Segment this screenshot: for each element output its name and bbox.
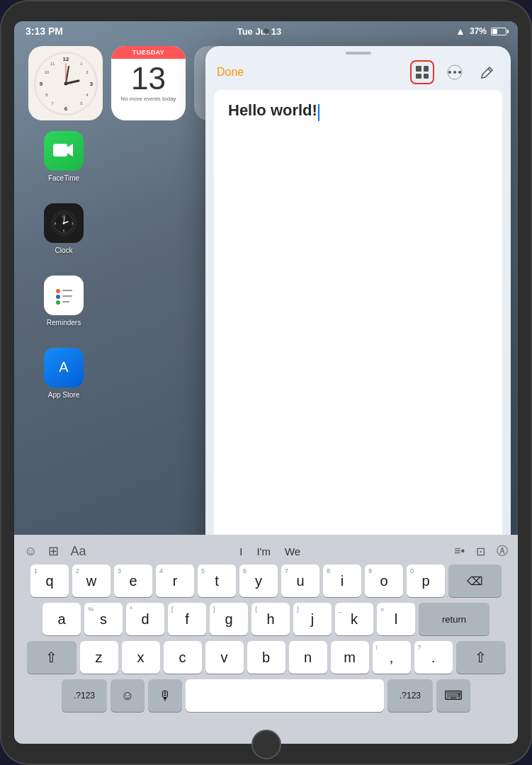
emoji-toolbar-icon[interactable]: ☺: [24, 544, 37, 559]
text-cursor: [318, 104, 319, 121]
voice-toolbar-icon[interactable]: Ⓐ: [497, 544, 508, 559]
notes-toolbar: Done: [205, 55, 511, 90]
status-date: Tue Jul 13: [237, 26, 282, 37]
svg-line-40: [488, 69, 491, 72]
status-time: 3:13 PM: [26, 26, 63, 37]
home-button[interactable]: [251, 730, 281, 759]
app-appstore[interactable]: A App Store: [43, 348, 85, 399]
list-icon[interactable]: ≡•: [454, 545, 465, 557]
wifi-icon: ▲: [455, 26, 465, 37]
app-facetime[interactable]: FaceTime: [43, 131, 85, 182]
widget-calendar[interactable]: TUESDAY 13 No more events today: [111, 46, 186, 120]
key-x[interactable]: x: [122, 641, 160, 674]
key-l[interactable]: =l: [377, 603, 415, 635]
svg-text:6: 6: [64, 106, 67, 112]
key-numbers-left[interactable]: .?123: [62, 679, 107, 712]
key-space[interactable]: [186, 679, 384, 712]
key-h[interactable]: {h: [251, 603, 290, 635]
key-f[interactable]: [f: [168, 603, 206, 635]
key-z[interactable]: z: [80, 641, 118, 674]
grid-toolbar-icon[interactable]: ⊞: [48, 543, 59, 559]
key-s[interactable]: %s: [84, 603, 123, 635]
svg-point-28: [63, 222, 65, 225]
key-p[interactable]: 0p: [407, 565, 445, 597]
appstore-icon: A: [44, 348, 84, 387]
svg-point-29: [56, 289, 60, 293]
keyboard-toolbar: ☺ ⊞ Aa I I'm We ≡• ⊡ Ⓐ: [17, 539, 515, 565]
key-k[interactable]: _k: [335, 603, 373, 635]
key-d[interactable]: ^d: [126, 603, 164, 635]
key-n[interactable]: n: [289, 641, 327, 674]
ipad-screen: 3:13 PM Tue Jul 13 ▲ 37% 12: [14, 21, 518, 744]
key-j[interactable]: }j: [293, 603, 332, 635]
suggestion-2[interactable]: I'm: [256, 545, 271, 557]
key-u[interactable]: 7u: [281, 565, 319, 597]
clock-label: Clock: [55, 246, 72, 254]
svg-point-37: [453, 71, 456, 74]
notes-toolbar-right: [410, 60, 499, 84]
key-y[interactable]: 6y: [239, 565, 278, 597]
facetime-label: FaceTime: [48, 174, 79, 182]
key-g[interactable]: ]g: [210, 603, 248, 635]
suggestion-3[interactable]: We: [285, 545, 300, 557]
svg-text:12: 12: [62, 56, 69, 62]
key-e[interactable]: 3e: [114, 565, 152, 597]
cal-event: No more events today: [111, 96, 186, 102]
clock-app-icon: 12 3 6 9: [44, 203, 84, 243]
key-i[interactable]: 8i: [323, 565, 361, 597]
key-shift-right[interactable]: ⇧: [456, 641, 506, 674]
svg-rect-32: [62, 290, 72, 291]
key-o[interactable]: 9o: [365, 565, 403, 597]
svg-point-36: [448, 71, 451, 74]
key-t[interactable]: 5t: [198, 565, 236, 597]
key-numbers-right[interactable]: .?123: [387, 679, 433, 712]
key-row-4: .?123 ☺ 🎙 .?123 ⌨: [18, 679, 514, 712]
key-shift-left[interactable]: ⇧: [27, 641, 77, 674]
key-comma[interactable]: !,: [373, 641, 411, 674]
key-return[interactable]: return: [419, 603, 489, 635]
svg-marker-18: [67, 144, 73, 157]
ipad-frame: 3:13 PM Tue Jul 13 ▲ 37% 12: [0, 0, 532, 765]
key-w[interactable]: 2w: [72, 565, 111, 597]
keyboard-rows: 1q 2w 3e 4r 5t 6y 7u 8i 9o 0p ⌫ a %s ^d: [17, 565, 515, 712]
key-c[interactable]: c: [164, 641, 202, 674]
key-keyboard-hide[interactable]: ⌨: [436, 679, 470, 712]
svg-point-30: [56, 295, 60, 299]
key-v[interactable]: v: [205, 641, 244, 674]
battery-icon: [491, 28, 506, 35]
key-row-3: ⇧ z x c v b n m !, ?. ⇧: [18, 641, 514, 674]
key-period[interactable]: ?.: [414, 641, 453, 674]
text-size-icon[interactable]: Aa: [70, 544, 86, 559]
svg-text:11: 11: [50, 62, 55, 66]
svg-rect-33: [62, 295, 72, 297]
key-m[interactable]: m: [331, 641, 369, 674]
key-b[interactable]: b: [247, 641, 285, 674]
key-delete[interactable]: ⌫: [448, 565, 502, 597]
app-reminders[interactable]: Reminders: [43, 276, 85, 327]
key-q[interactable]: 1q: [30, 565, 69, 597]
kb-suggestions: I I'm We: [239, 545, 300, 557]
notes-text: Hello world!: [228, 101, 317, 119]
notes-done-button[interactable]: Done: [217, 66, 244, 79]
camera-toolbar-icon[interactable]: ⊡: [476, 545, 485, 558]
key-row-2: a %s ^d [f ]g {h }j _k =l return: [18, 603, 514, 635]
svg-point-16: [64, 81, 67, 85]
svg-rect-17: [53, 144, 67, 157]
key-emoji[interactable]: ☺: [111, 679, 145, 712]
kb-toolbar-left: ☺ ⊞ Aa: [24, 543, 86, 559]
key-a[interactable]: a: [43, 603, 81, 635]
key-r[interactable]: 4r: [156, 565, 194, 597]
svg-text:12: 12: [62, 215, 66, 218]
compose-button[interactable]: [475, 60, 499, 84]
widget-clock[interactable]: 12 3 6 9 1 2 4 5 7 8 10 11: [28, 46, 103, 120]
suggestion-1[interactable]: I: [239, 545, 242, 557]
app-clock[interactable]: 12 3 6 9 Clock: [43, 203, 85, 254]
svg-point-38: [458, 71, 461, 74]
keyboard: ☺ ⊞ Aa I I'm We ≡• ⊡ Ⓐ 1: [14, 535, 518, 744]
key-dictation[interactable]: 🎙: [148, 679, 182, 712]
svg-point-31: [56, 300, 60, 305]
more-options-button[interactable]: [443, 60, 467, 84]
key-row-1: 1q 2w 3e 4r 5t 6y 7u 8i 9o 0p ⌫: [18, 565, 514, 597]
grid-view-button[interactable]: [410, 60, 434, 84]
battery-percent: 37%: [470, 26, 487, 36]
